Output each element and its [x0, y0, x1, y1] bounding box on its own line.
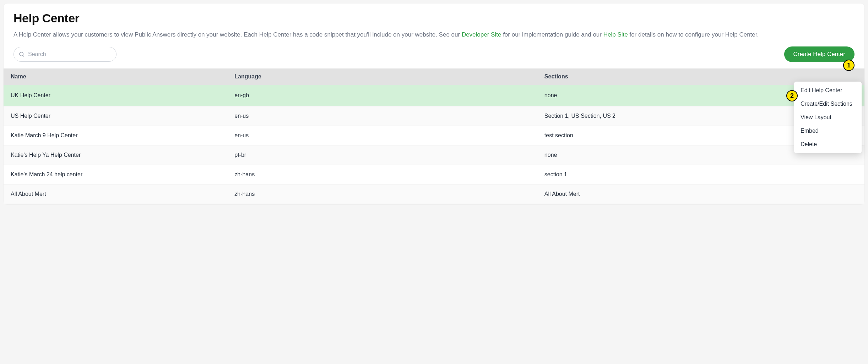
svg-point-0 [20, 52, 23, 56]
cell-name: Katie's March 24 help center [4, 165, 227, 184]
create-help-center-button[interactable]: Create Help Center [784, 46, 855, 62]
cell-language: zh-hans [227, 184, 537, 204]
table-row[interactable]: All About Mertzh-hansAll About Mert [4, 184, 864, 204]
cell-actions [842, 165, 864, 184]
cell-name: All About Mert [4, 184, 227, 204]
context-menu-item[interactable]: Edit Help Center [794, 84, 862, 97]
help-site-link[interactable]: Help Site [603, 31, 628, 38]
search-input[interactable] [13, 47, 116, 62]
context-menu-item[interactable]: Embed [794, 124, 862, 138]
cell-sections: All About Mert [537, 184, 842, 204]
table-row[interactable]: Katie March 9 Help Centeren-ustest secti… [4, 126, 864, 145]
cell-language: pt-br [227, 145, 537, 165]
context-menu-item[interactable]: View Layout [794, 111, 862, 124]
table-header-row: Name Language Sections [4, 68, 864, 85]
desc-text-1: A Help Center allows your customers to v… [13, 31, 462, 38]
svg-line-1 [23, 56, 24, 57]
context-menu-item[interactable]: Create/Edit Sections [794, 97, 862, 111]
table-row[interactable]: US Help Centeren-usSection 1, US Section… [4, 106, 864, 126]
cell-name: Katie March 9 Help Center [4, 126, 227, 145]
desc-text-2: for our implementation guide and our [501, 31, 603, 38]
table-row[interactable]: UK Help Centeren-gbnone [4, 85, 864, 106]
search-wrap [13, 47, 116, 62]
cell-sections: section 1 [537, 165, 842, 184]
cell-name: US Help Center [4, 106, 227, 126]
developer-site-link[interactable]: Developer Site [462, 31, 501, 38]
page-title: Help Center [13, 11, 855, 25]
col-name: Name [4, 68, 227, 85]
search-icon [18, 51, 25, 57]
table-row[interactable]: Katie's Help Ya Help Centerpt-brnone [4, 145, 864, 165]
table-row[interactable]: Katie's March 24 help centerzh-hanssecti… [4, 165, 864, 184]
help-center-card: Help Center A Help Center allows your cu… [4, 4, 864, 204]
cell-actions [842, 184, 864, 204]
page-description: A Help Center allows your customers to v… [13, 30, 855, 39]
annotation-badge-2: 2 [786, 90, 798, 101]
card-header: Help Center A Help Center allows your cu… [4, 4, 864, 39]
cell-language: en-us [227, 106, 537, 126]
help-center-table: Name Language Sections UK Help Centeren-… [4, 68, 864, 204]
cell-language: en-us [227, 126, 537, 145]
context-menu-item[interactable]: Delete [794, 138, 862, 151]
annotation-badge-1: 1 [843, 60, 855, 71]
col-language: Language [227, 68, 537, 85]
toolbar: Create Help Center [4, 46, 864, 68]
desc-text-3: for details on how to configure your Hel… [628, 31, 759, 38]
cell-language: zh-hans [227, 165, 537, 184]
cell-language: en-gb [227, 85, 537, 106]
cell-name: UK Help Center [4, 85, 227, 106]
cell-name: Katie's Help Ya Help Center [4, 145, 227, 165]
row-context-menu: Edit Help CenterCreate/Edit SectionsView… [794, 82, 862, 153]
